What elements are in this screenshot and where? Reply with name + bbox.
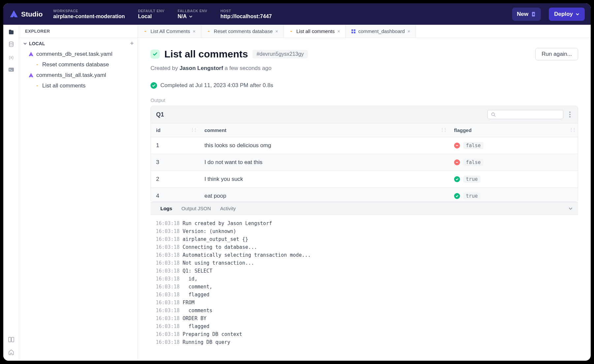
panel-tabs: LogsOutput JSONActivity xyxy=(150,202,578,215)
explorer-section-local[interactable]: LOCAL + xyxy=(19,38,138,49)
svg-text:(x): (x) xyxy=(9,55,14,60)
table-row[interactable]: 2 I think you suck true xyxy=(151,171,578,188)
logo-icon xyxy=(9,10,18,19)
app-header: Studio WORKSPACE airplane-content-modera… xyxy=(3,3,591,25)
close-tab-icon[interactable]: × xyxy=(275,28,278,34)
file-tree-task[interactable]: Reset comments database xyxy=(19,59,138,70)
panel-tab[interactable]: Activity xyxy=(215,202,241,215)
log-line: 16:03:18 id, xyxy=(156,275,573,283)
svg-rect-8 xyxy=(351,32,353,33)
workspace-meta: WORKSPACE airplane-content-moderation xyxy=(50,9,127,19)
cell-flagged: true xyxy=(449,188,578,202)
task-icon xyxy=(35,83,40,88)
default-env-value[interactable]: Local xyxy=(138,14,164,19)
flag-value-badge: false xyxy=(463,142,483,149)
table-search-input[interactable] xyxy=(498,112,560,117)
column-header[interactable]: comment xyxy=(199,123,448,137)
close-tab-icon[interactable]: × xyxy=(408,28,411,34)
success-indicator-icon xyxy=(454,193,460,199)
log-line: 16:03:18 airplane_output_set {} xyxy=(156,235,573,243)
host-value[interactable]: http://localhost:7447 xyxy=(220,14,272,19)
fallback-env-meta: FALLBACK ENV N/A xyxy=(175,9,210,19)
close-tab-icon[interactable]: × xyxy=(337,28,340,34)
run-id-badge: #devrun5gysx213gy xyxy=(252,50,308,58)
collapse-panel-button[interactable] xyxy=(568,206,573,211)
airplane-file-icon xyxy=(28,51,34,57)
file-tree-item[interactable]: comments_list_all.task.yaml xyxy=(19,70,138,81)
svg-rect-7 xyxy=(354,29,355,31)
log-output: 16:03:18 Run created by Jason Lengstorf1… xyxy=(150,215,578,351)
cell-id: 3 xyxy=(151,154,199,171)
run-again-button[interactable]: Run again... xyxy=(535,48,578,60)
log-line: 16:03:18 Connecting to database... xyxy=(156,243,573,251)
host-label: HOST xyxy=(220,9,272,13)
panels-icon[interactable] xyxy=(8,336,15,343)
svg-rect-9 xyxy=(354,32,355,33)
output-table: idcommentflagged 1 this looks so delicio… xyxy=(151,123,578,202)
chevron-down-icon xyxy=(189,15,193,18)
log-line: 16:03:18 Version: (unknown) xyxy=(156,227,573,235)
bottom-panel: LogsOutput JSONActivity 16:03:18 Run cre… xyxy=(150,202,578,351)
cell-comment: I do not want to eat this xyxy=(199,154,448,171)
editor-tab[interactable]: List all comments× xyxy=(284,25,346,38)
home-icon[interactable] xyxy=(8,349,15,355)
svg-rect-5 xyxy=(12,337,14,342)
svg-point-1 xyxy=(9,42,13,44)
panel-tab[interactable]: Logs xyxy=(156,202,177,215)
brand-name: Studio xyxy=(21,10,43,18)
database-icon[interactable] xyxy=(8,41,15,48)
log-line: 16:03:18 ORDER BY xyxy=(156,314,573,322)
editor-tab[interactable]: Reset comments database× xyxy=(201,25,284,38)
success-indicator-icon xyxy=(454,176,460,182)
table-row[interactable]: 3 I do not want to eat this false xyxy=(151,154,578,171)
log-line: 16:03:18 Preparing DB context xyxy=(156,330,573,338)
fallback-env-value[interactable]: N/A xyxy=(178,14,207,19)
panel-tab[interactable]: Output JSON xyxy=(177,202,215,215)
workspace-value[interactable]: airplane-content-moderation xyxy=(53,14,125,19)
editor-tab[interactable]: comment_dashboard× xyxy=(346,25,416,38)
task-icon xyxy=(35,62,40,67)
cell-flagged: false xyxy=(449,154,578,171)
chevron-down-icon xyxy=(576,12,579,16)
table-title: Q1 xyxy=(156,111,164,118)
log-line: 16:03:18 Not using transaction... xyxy=(156,259,573,267)
log-line: 16:03:18 flagged xyxy=(156,291,573,299)
table-row[interactable]: 1 this looks so delicious omg false xyxy=(151,137,578,154)
log-line: 16:03:18 comment, xyxy=(156,283,573,291)
column-header[interactable]: flagged xyxy=(449,123,578,137)
editor-tab[interactable]: List All Comments× xyxy=(138,25,201,38)
created-by-text: Created by Jason Lengstorf a few seconds… xyxy=(150,65,578,72)
flag-value-badge: true xyxy=(463,192,480,200)
svg-rect-4 xyxy=(9,337,11,342)
terminal-icon[interactable] xyxy=(8,66,15,73)
explorer-panel: EXPLORER LOCAL + comments_db_reset.task.… xyxy=(19,25,138,361)
editor-tabs: List All Comments×Reset comments databas… xyxy=(138,25,591,38)
new-button[interactable]: New xyxy=(512,8,541,21)
log-line: 16:03:18 Running DB query xyxy=(156,338,573,346)
cell-flagged: true xyxy=(449,171,578,188)
files-icon[interactable] xyxy=(8,29,15,35)
flag-value-badge: true xyxy=(463,176,480,183)
file-tree-item[interactable]: comments_db_reset.task.yaml xyxy=(19,49,138,59)
close-tab-icon[interactable]: × xyxy=(193,28,196,34)
dashboard-icon xyxy=(351,29,356,34)
deploy-button[interactable]: Deploy xyxy=(549,8,585,21)
add-file-button[interactable]: + xyxy=(130,40,134,47)
main-area: List All Comments×Reset comments databas… xyxy=(138,25,591,361)
log-line: 16:03:18 FROM xyxy=(156,299,573,307)
explorer-title: EXPLORER xyxy=(19,25,138,38)
task-icon xyxy=(143,29,148,34)
svg-rect-3 xyxy=(9,68,14,72)
table-row[interactable]: 4 eat poop true xyxy=(151,188,578,202)
svg-rect-6 xyxy=(351,29,353,31)
output-label: Output xyxy=(150,97,578,103)
column-header[interactable]: id xyxy=(151,123,199,137)
cell-comment: I think you suck xyxy=(199,171,448,188)
file-tree-task[interactable]: List all comments xyxy=(19,81,138,91)
status-success-icon xyxy=(150,50,160,59)
table-search[interactable] xyxy=(487,110,563,119)
chevron-down-icon xyxy=(23,42,27,46)
variables-icon[interactable]: (x) xyxy=(8,54,15,60)
table-menu-button[interactable] xyxy=(567,112,573,117)
output-table-card: Q1 idcommentflagged 1 this looks so deli… xyxy=(150,106,578,202)
